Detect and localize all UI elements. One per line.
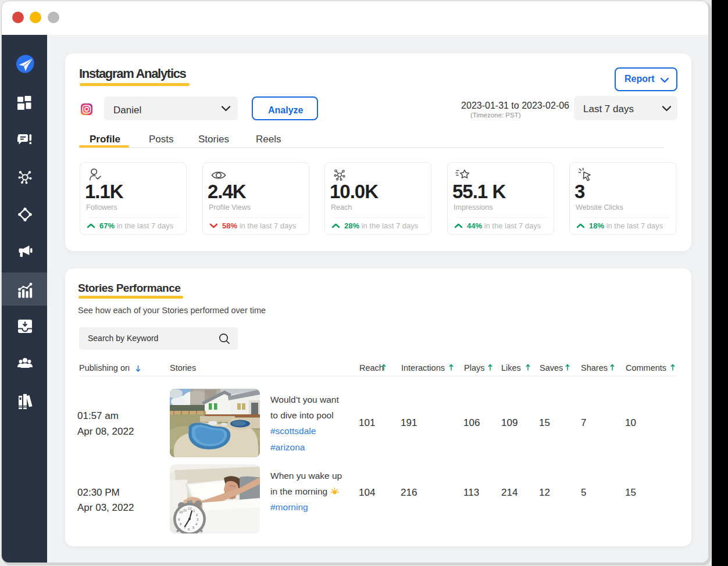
svg-text:11: 11: [183, 508, 187, 512]
svg-text:12: 12: [188, 507, 192, 510]
